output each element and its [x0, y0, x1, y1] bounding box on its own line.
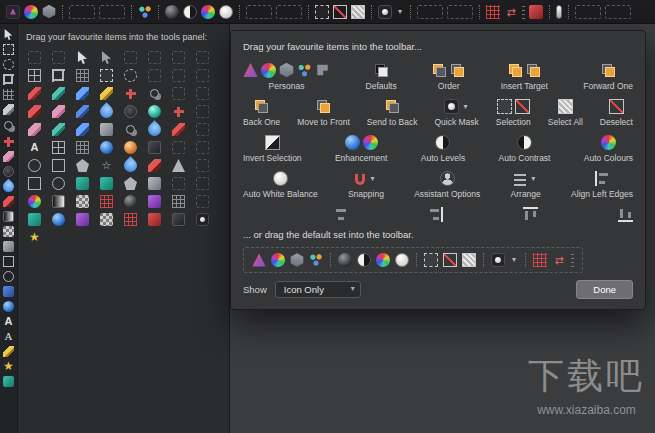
- toolbar-item-move-to-front[interactable]: Move to Front: [297, 98, 349, 127]
- nodes-icon[interactable]: [138, 5, 152, 19]
- text-icon[interactable]: A: [3, 316, 14, 327]
- quick-mask-icon[interactable]: [378, 5, 392, 19]
- red-swatch-icon[interactable]: [148, 213, 161, 226]
- dark-sphere-icon[interactable]: [165, 5, 179, 19]
- toolbar-item-arrange[interactable]: ▾Arrange: [511, 170, 541, 199]
- clone-icon[interactable]: [150, 89, 159, 98]
- teal-swatch-icon[interactable]: [76, 177, 89, 190]
- nodes-icon[interactable]: [309, 253, 323, 267]
- droplet-icon[interactable]: [121, 156, 139, 174]
- star-shape-icon[interactable]: ☆: [100, 159, 113, 172]
- pencil-teal-icon[interactable]: [52, 87, 65, 100]
- gray-swatch-icon[interactable]: [148, 177, 161, 190]
- table-icon[interactable]: [28, 69, 41, 82]
- enhance-wheel-icon[interactable]: [601, 135, 616, 150]
- gradient-icon[interactable]: [52, 195, 65, 208]
- stack-back-icon[interactable]: [432, 63, 447, 78]
- contrast-circle-icon[interactable]: [357, 253, 371, 267]
- gray-swatch-icon[interactable]: [100, 123, 113, 136]
- blue-sphere-icon[interactable]: [3, 301, 14, 312]
- align-left-icon[interactable]: [595, 171, 610, 186]
- app-persona-icon[interactable]: [6, 5, 20, 19]
- thermo-icon[interactable]: [556, 5, 562, 19]
- hexagon-icon[interactable]: [290, 253, 304, 267]
- photo-persona-icon[interactable]: [243, 63, 258, 78]
- checker-icon[interactable]: [3, 226, 14, 237]
- magnet-icon[interactable]: [355, 174, 365, 185]
- hexagon-icon[interactable]: [42, 5, 56, 19]
- toolbar-item-auto-levels[interactable]: Auto Levels: [421, 134, 465, 163]
- toolbar-item-enhancement[interactable]: Enhancement: [335, 134, 387, 163]
- square-shape-icon[interactable]: [52, 159, 65, 172]
- toolbar-item-auto-white-balance[interactable]: Auto White Balance: [243, 170, 318, 199]
- eraser-icon[interactable]: [52, 105, 65, 118]
- purple-swatch-icon[interactable]: [76, 213, 89, 226]
- contrast-circle-icon[interactable]: [183, 5, 197, 19]
- square-shape-icon[interactable]: [3, 256, 14, 267]
- red-arrows-icon[interactable]: ⇄: [504, 5, 518, 19]
- cursor-icon[interactable]: [3, 29, 14, 40]
- toolbar-item-back-one[interactable]: Back One: [243, 98, 280, 127]
- toolbar-item-defaults[interactable]: Defaults: [366, 62, 397, 91]
- toolbar-item-select-all[interactable]: Select All: [548, 98, 583, 127]
- white-circle-icon[interactable]: [273, 171, 288, 186]
- dark-swatch-icon[interactable]: [172, 213, 185, 226]
- marquee-icon[interactable]: [424, 253, 438, 267]
- white-circle-icon[interactable]: [219, 5, 233, 19]
- quick-mask-icon[interactable]: [196, 213, 209, 226]
- dropdown-arrow-icon[interactable]: ▾: [396, 5, 404, 19]
- color-wheel-icon[interactable]: [271, 253, 285, 267]
- toolbar-item-auto-colours[interactable]: Auto Colours: [584, 134, 633, 163]
- stack-back-icon[interactable]: [385, 99, 400, 114]
- red-arrows-icon[interactable]: ⇄: [552, 253, 566, 267]
- stack-forward-icon[interactable]: [601, 63, 616, 78]
- crop-icon[interactable]: [3, 74, 14, 85]
- toolbar-item-auto-contrast[interactable]: Auto Contrast: [499, 134, 551, 163]
- red-grid-icon[interactable]: [100, 195, 113, 208]
- dodge-icon[interactable]: [124, 105, 137, 118]
- export-slice-icon[interactable]: [315, 63, 330, 78]
- droplet-icon[interactable]: [1, 179, 17, 195]
- assistant-icon[interactable]: [440, 171, 455, 186]
- toolbar-item-assistant-options[interactable]: Assistant Options: [414, 170, 480, 199]
- red-grid-icon[interactable]: [533, 253, 547, 267]
- teal-swatch-icon[interactable]: [100, 177, 113, 190]
- hexagon-icon[interactable]: [279, 63, 294, 78]
- photo-persona-icon[interactable]: [252, 253, 266, 267]
- teal-swatch-icon[interactable]: [28, 213, 41, 226]
- mesh-icon[interactable]: [76, 69, 89, 82]
- dropdown-arrow-icon[interactable]: ▾: [510, 253, 518, 267]
- polygon-shape-icon[interactable]: [76, 159, 89, 172]
- select-all-icon[interactable]: [558, 99, 573, 114]
- white-circle-icon[interactable]: [395, 253, 409, 267]
- toolbar-item-insert-target[interactable]: Insert Target: [501, 62, 548, 91]
- toolbar-item-forward-one[interactable]: Forward One: [583, 62, 633, 91]
- blue-sphere-icon[interactable]: [345, 135, 360, 150]
- brush-red-icon[interactable]: [3, 196, 14, 207]
- teal-sphere-icon[interactable]: [148, 105, 161, 118]
- deselect-icon[interactable]: [515, 99, 530, 114]
- dropdown-arrow-icon[interactable]: ▾: [368, 171, 376, 186]
- text-icon[interactable]: A: [28, 141, 41, 154]
- arrange-icon[interactable]: [514, 171, 526, 186]
- toolbar-item-item[interactable]: [428, 206, 443, 222]
- toolbar-item-quick-mask[interactable]: ▾Quick Mask: [434, 98, 478, 127]
- align-center-icon[interactable]: [333, 207, 348, 222]
- toolbar-item-send-to-back[interactable]: Send to Back: [367, 98, 418, 127]
- marquee-icon[interactable]: [497, 99, 512, 114]
- deselect-icon[interactable]: [443, 253, 457, 267]
- clone-icon[interactable]: [4, 121, 13, 130]
- pencil-blue-icon[interactable]: [76, 105, 89, 118]
- eraser-icon[interactable]: [3, 151, 14, 162]
- align-bottom-icon[interactable]: [618, 207, 633, 222]
- align-top-icon[interactable]: [523, 207, 538, 222]
- toolbar-item-invert-selection[interactable]: Invert Selection: [243, 134, 302, 163]
- stack-backone-icon[interactable]: [254, 99, 269, 114]
- circle-shape-icon[interactable]: [28, 159, 41, 172]
- brush-red-icon[interactable]: [28, 105, 41, 118]
- stack-front-icon[interactable]: [450, 63, 465, 78]
- dropdown-arrow-icon[interactable]: ▾: [529, 171, 537, 186]
- toolbar-item-deselect[interactable]: Deselect: [600, 98, 633, 127]
- table-icon[interactable]: [52, 141, 65, 154]
- text-serif-icon[interactable]: A: [3, 331, 14, 342]
